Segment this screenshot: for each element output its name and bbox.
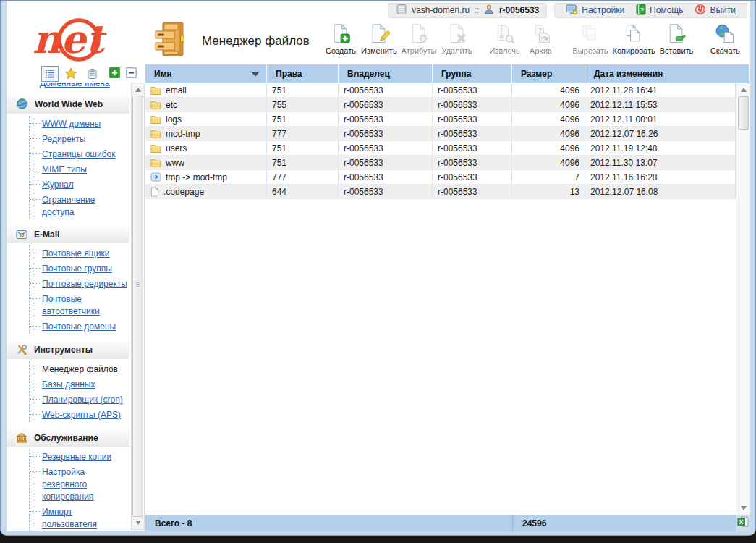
cell-size: 4096 (512, 127, 585, 140)
cell-text: 4096 (560, 158, 579, 168)
column-header-1[interactable]: Права (267, 64, 339, 83)
cell-text: r-0056533 (344, 143, 383, 153)
sidebar-item-link[interactable]: Почтовые автоответчики (42, 294, 100, 316)
toolbar-button-label: Архив (530, 46, 552, 55)
cell-name: tmp -> mod-tmp (145, 170, 267, 184)
create-button[interactable]: Создать (323, 22, 359, 55)
file-icon (150, 187, 159, 197)
sidebar-item-link[interactable]: Резервные копии (42, 452, 111, 462)
cell-owner: r-0056533 (339, 185, 433, 198)
column-header-5[interactable]: Дата изменения (585, 64, 750, 83)
sidebar-section-mail[interactable]: E-Mail (7, 226, 129, 243)
cell-text: 4096 (560, 100, 579, 110)
table-row[interactable]: etc755r-0056533r-005653340962012.12.11 1… (145, 98, 736, 112)
column-header-label: Группа (441, 69, 471, 79)
cell-date: 2012.12.07 16:26 (585, 127, 736, 140)
excel-export-icon (737, 516, 749, 530)
cell-perms: 751 (267, 156, 339, 169)
settings-link[interactable]: Настройки (582, 5, 624, 15)
table-row[interactable]: mod-tmp777r-0056533r-005653340962012.12.… (145, 127, 736, 141)
table-row[interactable]: users751r-0056533r-005653340962012.11.19… (145, 141, 736, 156)
sidebar-section-tools[interactable]: Инструменты (7, 340, 129, 359)
sidebar-scroll-up-arrow[interactable] (132, 84, 144, 96)
table-scroll-down-arrow[interactable] (736, 502, 750, 514)
table-row[interactable]: email751r-0056533r-005653340962012.11.28… (145, 83, 736, 98)
sidebar-item-link[interactable]: Страницы ошибок (42, 149, 115, 159)
cell-date: 2012.11.28 16:41 (585, 83, 736, 97)
sidebar-item-link[interactable]: Web-скрипты (APS) (42, 410, 121, 420)
sidebar-item-link[interactable]: Почтовые группы (42, 264, 112, 274)
paste-button[interactable]: Вставить (658, 22, 696, 55)
download-button[interactable]: Скачать (707, 22, 743, 55)
sidebar-item-link[interactable]: Редиректы (42, 134, 85, 144)
cell-perms: 755 (267, 98, 339, 111)
export-excel-button[interactable] (736, 515, 750, 531)
power-link[interactable]: Выйти (710, 5, 736, 15)
sidebar-scroll-down-arrow[interactable] (132, 517, 144, 529)
sidebar-scroll-thumb[interactable] (132, 96, 143, 517)
sidebar-item-link[interactable]: Импорт пользователя (42, 507, 97, 529)
sidebar-item-link[interactable]: WWW домены (42, 119, 101, 129)
sidebar-item-link[interactable]: Журнал (42, 180, 74, 190)
sidebar-scrollbar[interactable] (131, 83, 145, 530)
column-header-0[interactable]: Имя (145, 64, 267, 83)
cell-size: 4096 (512, 98, 585, 111)
cell-text: users (166, 143, 187, 153)
sidebar-item-link[interactable]: Базы данных (42, 379, 95, 390)
file-cabinet-icon (154, 21, 187, 62)
sidebar-item-domain-names[interactable]: Доменные имена (40, 83, 110, 88)
sidebar-item-link[interactable]: Ограничение доступа (42, 195, 95, 217)
sidebar-nav: Доменные имена World Wide WebWWW доменыР… (7, 83, 129, 531)
column-header-4[interactable]: Размер (512, 64, 585, 83)
cell-size: 4096 (512, 156, 585, 169)
column-header-2[interactable]: Владелец (339, 64, 433, 83)
attributes-icon (408, 22, 430, 46)
sidebar-item-link[interactable]: Планировщик (cron) (42, 395, 123, 405)
toplink-help: ?Помощь (636, 4, 683, 17)
sidebar-section-globe[interactable]: World Wide Web (7, 94, 129, 114)
sidebar-section-bank[interactable]: Обслуживание (7, 429, 129, 447)
copy-button[interactable]: Копировать (610, 22, 657, 55)
list-view-button[interactable] (41, 66, 59, 82)
sidebar-section-items: WWW доменыРедиректыСтраницы ошибокMIME т… (29, 116, 129, 219)
sidebar-section-title: Обслуживание (34, 433, 98, 443)
column-header-label: Владелец (347, 69, 390, 79)
sidebar-item: MIME типы (30, 161, 129, 177)
toolbar-button-label: Атрибуты (402, 46, 437, 55)
collapse-all-button[interactable] (126, 67, 138, 80)
cell-text: r-0056533 (344, 100, 383, 110)
sidebar-item: Почтовые группы (30, 261, 129, 276)
notes-button[interactable] (83, 66, 101, 82)
favorites-button[interactable] (62, 66, 80, 82)
sidebar-item-active[interactable]: Менеджер файлов (42, 364, 118, 374)
table-row[interactable]: www751r-0056533r-005653340962012.11.30 1… (145, 156, 736, 170)
sidebar-item-link[interactable]: Почтовые редиректы (42, 279, 127, 289)
sidebar: Доменные имена World Wide WebWWW доменыР… (7, 64, 145, 531)
cell-size: 13 (512, 185, 585, 198)
cell-text: r-0056533 (344, 85, 383, 96)
cell-group: r-0056533 (433, 127, 512, 140)
column-header-3[interactable]: Группа (433, 64, 512, 83)
cell-perms: 644 (267, 185, 339, 198)
cell-group: r-0056533 (433, 156, 512, 169)
net-logo: net (18, 9, 132, 63)
table-scrollbar[interactable] (736, 83, 750, 515)
cell-date: 2012.11.30 13:07 (585, 156, 736, 169)
cell-text: 751 (272, 158, 286, 168)
help-link[interactable]: Помощь (650, 5, 683, 15)
table-row[interactable]: .codepage644r-0056533r-0056533132012.12.… (145, 185, 736, 199)
edit-button[interactable]: Изменить (359, 22, 399, 55)
sidebar-section-title: World Wide Web (35, 99, 103, 109)
sidebar-item-link[interactable]: MIME типы (42, 164, 87, 174)
sidebar-item-link[interactable]: Почтовые ящики (42, 248, 109, 258)
table-scroll-up-arrow[interactable] (736, 84, 750, 96)
account-info-pill: vash-domen.ru :: r-0056533 (388, 3, 547, 18)
table-scroll-thumb[interactable] (738, 96, 749, 130)
mail-icon (16, 230, 27, 240)
expand-all-button[interactable] (109, 67, 122, 80)
sidebar-item-link[interactable]: Почтовые домены (42, 321, 116, 332)
sidebar-item-link[interactable]: Настройка резервного копирования (42, 467, 93, 502)
table-row[interactable]: tmp -> mod-tmp777r-0056533r-005653372012… (145, 170, 736, 185)
sidebar-item-clipped[interactable]: Доменные имена (28, 83, 129, 89)
table-row[interactable]: logs751r-0056533r-005653340962012.12.11 … (145, 112, 736, 127)
